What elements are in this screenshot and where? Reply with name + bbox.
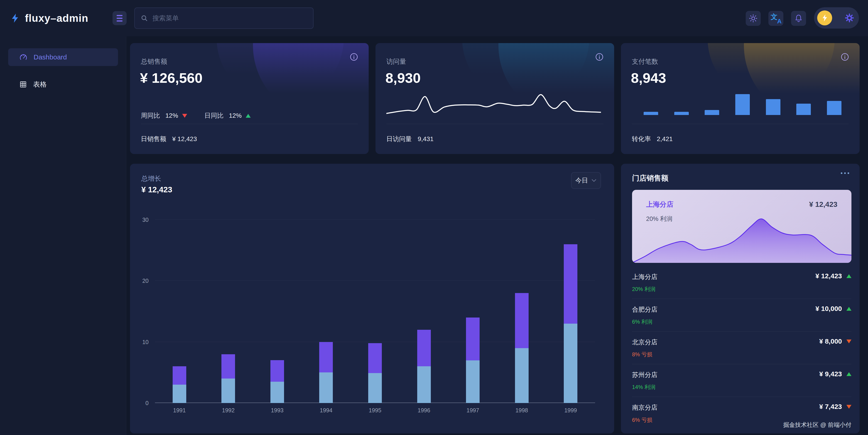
stat-title: 总销售额 <box>141 57 167 66</box>
gear-icon[interactable] <box>844 12 855 23</box>
x-axis-label: 1999 <box>555 407 586 414</box>
store-row[interactable]: 合肥分店¥ 10,0006% 利润 <box>632 299 851 332</box>
store-row[interactable]: 北京分店¥ 8,0008% 亏损 <box>632 332 851 364</box>
bar-segment-lon <box>173 366 186 385</box>
stat-title: 访问量 <box>386 57 406 66</box>
gauge-icon <box>19 53 28 61</box>
bar-segment-bor <box>221 378 235 403</box>
store-area-chart <box>632 218 851 263</box>
gridline <box>155 342 595 342</box>
x-axis-label: 1998 <box>506 407 538 414</box>
store-value: ¥ 10,000 <box>815 305 851 313</box>
store-row[interactable]: 苏州分店¥ 9,42314% 利润 <box>632 364 851 397</box>
bar-segment-lon <box>221 354 235 379</box>
store-value: ¥ 8,000 <box>819 338 851 345</box>
bar-segment-lon <box>564 244 578 324</box>
store-value: ¥ 9,423 <box>819 370 851 378</box>
trend-down-icon <box>846 405 851 409</box>
x-axis-label: 1994 <box>310 407 342 414</box>
trend-label: 周同比 <box>141 111 160 120</box>
trend-down-icon <box>846 340 851 343</box>
stat-footer: 日访问量 9,431 <box>386 124 603 154</box>
info-icon[interactable] <box>349 52 359 63</box>
theme-toggle-button[interactable] <box>746 11 761 26</box>
x-axis-label: 1991 <box>163 407 195 414</box>
y-axis-label: 30 <box>135 216 149 223</box>
stat-card-payments: 支付笔数 8,943 转化率 2,421 <box>621 43 860 154</box>
bell-icon <box>794 13 804 23</box>
trend-value: 12% <box>165 112 178 119</box>
mini-bar <box>796 104 811 115</box>
brand-name: fluxy–admin <box>25 12 88 24</box>
trend-up-icon <box>846 372 851 376</box>
sidebar-item-dashboard[interactable]: Dashboard <box>8 48 118 66</box>
store-name: 苏州分店 <box>632 371 657 379</box>
avatar[interactable] <box>817 10 832 25</box>
store-name: 合肥分店 <box>632 305 657 314</box>
store-list: 上海分店¥ 12,42320% 利润合肥分店¥ 10,0006% 利润北京分店¥… <box>632 266 851 430</box>
credit-text: 掘金技术社区 @ 前端小付 <box>783 421 851 429</box>
stat-footer: 日销售额 ¥ 12,423 <box>141 124 358 154</box>
trend-label: 日同比 <box>205 111 223 120</box>
bar-segment-bor <box>515 348 529 403</box>
notifications-button[interactable] <box>791 11 806 26</box>
trend-up-icon <box>846 274 851 278</box>
user-settings-pill[interactable] <box>814 7 859 29</box>
bar-segment-bor <box>466 361 479 403</box>
featured-store-profit: 20% 利润 <box>646 215 673 223</box>
search-input[interactable] <box>152 14 307 22</box>
trend-up-icon <box>246 114 251 118</box>
footer-label: 日访问量 <box>386 135 412 143</box>
info-icon[interactable] <box>595 52 604 63</box>
bar-segment-lon <box>271 360 284 381</box>
chevron-down-icon <box>591 179 597 182</box>
store-value: ¥ 7,423 <box>819 403 851 410</box>
store-name: 上海分店 <box>632 273 657 281</box>
search-bar[interactable] <box>134 7 313 29</box>
y-axis-label: 20 <box>135 277 149 284</box>
mini-bar <box>766 99 780 115</box>
store-profit-label: 20% 利润 <box>632 285 655 293</box>
store-row[interactable]: 上海分店¥ 12,42320% 利润 <box>632 266 851 299</box>
menu-toggle-button[interactable] <box>113 11 127 25</box>
mini-bar <box>827 101 841 115</box>
sidebar-item-table[interactable]: 表格 <box>8 75 118 93</box>
info-icon[interactable] <box>840 52 849 63</box>
mini-bar <box>735 94 750 115</box>
stat-value: ¥ 126,560 <box>140 70 203 86</box>
bar-segment-bor <box>564 324 578 403</box>
bar-segment-lon <box>515 293 529 348</box>
more-menu-icon[interactable] <box>841 173 849 174</box>
store-value-text: ¥ 10,000 <box>815 305 842 313</box>
sun-icon <box>748 13 758 24</box>
store-profit-label: 14% 利润 <box>632 383 655 391</box>
lightning-icon <box>10 13 21 23</box>
bar-segment-lon <box>417 330 431 367</box>
stat-card-total-sales: 总销售额 ¥ 126,560 周同比 12% 日同比 12% 日销售额 ¥ 12… <box>130 43 369 154</box>
bar-segment-lon <box>466 317 479 361</box>
language-button[interactable]: 文A <box>768 11 783 26</box>
date-range-select[interactable]: 今日 <box>571 172 601 189</box>
stat-value: 8,930 <box>385 70 421 86</box>
store-name: 南京分店 <box>632 403 657 412</box>
date-range-label: 今日 <box>575 176 588 185</box>
footer-value: 2,421 <box>657 135 673 143</box>
table-icon <box>19 80 27 89</box>
decor-circle <box>217 43 344 102</box>
growth-title: 总增长 <box>141 174 161 183</box>
x-axis-label: 1996 <box>408 407 440 414</box>
growth-chart-card: 总增长 ¥ 12,423 今日 010203019911992199319941… <box>130 164 614 433</box>
store-profit-label: 6% 亏损 <box>632 416 652 424</box>
visits-sparkline-chart <box>386 93 601 117</box>
x-axis-label: 1992 <box>212 407 244 414</box>
featured-store-card[interactable]: 上海分店 ¥ 12,423 20% 利润 <box>632 190 851 263</box>
topbar: fluxy–admin 文A <box>0 0 868 36</box>
footer-value: ¥ 12,423 <box>172 135 197 143</box>
mini-bar <box>674 112 689 115</box>
stat-footer: 转化率 2,421 <box>632 124 849 154</box>
avatar-lightning-icon <box>821 14 828 22</box>
bar-segment-bor <box>173 385 186 403</box>
trend-down-icon <box>182 114 187 118</box>
decor-circle <box>708 43 835 102</box>
stat-trends: 周同比 12% 日同比 12% <box>141 111 251 120</box>
